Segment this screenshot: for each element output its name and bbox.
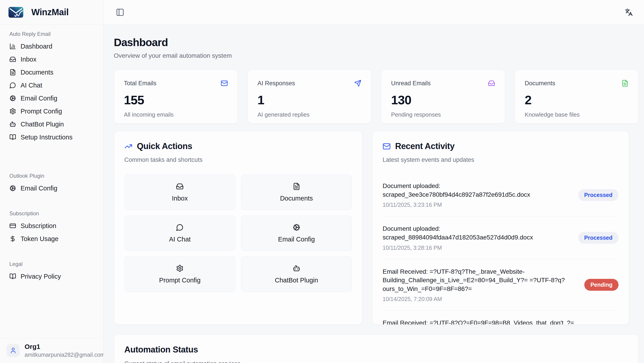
sidebar-item-label: Email Config — [20, 185, 57, 192]
sidebar: WinzMail Auto Reply Email Dashboard Inbo… — [0, 0, 104, 363]
user-org-name: Org1 — [24, 343, 105, 350]
sidebar-item-subscription[interactable]: Subscription — [5, 219, 98, 232]
quick-action-label: AI Chat — [169, 236, 191, 243]
activity-item: Email Received: =?UTF-8?Q?=F0=9F=98=B8_V… — [382, 311, 618, 325]
status-badge: Pending — [584, 279, 618, 291]
sidebar-item-inbox[interactable]: Inbox — [5, 53, 98, 66]
settings-gear-icon — [10, 108, 16, 115]
main-area: Dashboard Overview of your email automat… — [104, 0, 644, 363]
recent-activity-title: Recent Activity — [395, 141, 454, 151]
nav-group-label: Auto Reply Email — [5, 31, 98, 37]
user-icon — [10, 347, 16, 354]
page-subtitle: Overview of your email automation system — [114, 52, 639, 59]
nav-group-label: Outlook Plugin — [5, 173, 98, 179]
quick-action-documents[interactable]: Documents — [241, 175, 352, 210]
sidebar-item-email-config[interactable]: Email Config — [5, 92, 98, 105]
activity-item: Document uploaded: scraped_88984094fdaa4… — [382, 216, 618, 259]
stat-label: Total Emails — [124, 80, 156, 87]
stat-subtext: AI generated replies — [258, 111, 362, 118]
mail-icon — [382, 142, 391, 150]
quick-action-label: Inbox — [172, 195, 188, 202]
stat-value: 130 — [391, 93, 495, 107]
chart-column-icon — [10, 43, 16, 50]
quick-actions-grid: Inbox Documents AI Chat Email Confi — [124, 175, 352, 292]
sidebar-item-ai-chat[interactable]: AI Chat — [5, 79, 98, 92]
activity-timestamp: 10/11/2025, 3:23:16 PM — [382, 202, 572, 208]
stat-label: Unread Emails — [391, 80, 431, 87]
inbox-icon — [10, 56, 16, 63]
stat-card-unread-emails: Unread Emails 130 Pending responses — [381, 70, 505, 124]
message-circle-icon — [176, 224, 184, 231]
stat-card-documents: Documents 2 Knowledge base files — [515, 70, 639, 124]
sidebar-item-privacy-policy[interactable]: Privacy Policy — [5, 270, 98, 283]
sidebar-user-footer: Org1 amitkumarpunia282@gmail.com — [0, 338, 103, 363]
message-circle-icon — [10, 82, 16, 89]
stat-subtext: All incoming emails — [124, 111, 228, 118]
quick-actions-subtitle: Common tasks and shortcuts — [124, 156, 352, 163]
sidebar-nav: Auto Reply Email Dashboard Inbox Documen… — [0, 25, 103, 338]
sidebar-item-outlook-email-config[interactable]: Email Config — [5, 182, 98, 195]
sidebar-item-setup-instructions[interactable]: Setup Instructions — [5, 131, 98, 144]
panel-left-icon — [116, 8, 124, 17]
avatar — [7, 344, 20, 357]
sidebar-item-label: Token Usage — [20, 235, 58, 243]
sidebar-item-label: ChatBot Plugin — [20, 121, 64, 128]
bot-icon — [10, 121, 16, 128]
sidebar-item-label: Prompt Config — [20, 108, 62, 115]
sidebar-item-documents[interactable]: Documents — [5, 66, 98, 79]
stat-cards-row: Total Emails 155 All incoming emails AI … — [114, 70, 639, 124]
mail-icon — [221, 80, 228, 87]
activity-timestamp: 10/11/2025, 3:28:16 PM — [382, 245, 572, 251]
languages-icon — [625, 8, 633, 16]
stat-label: AI Responses — [258, 80, 295, 87]
language-button[interactable] — [625, 8, 633, 16]
quick-action-label: Prompt Config — [159, 277, 200, 284]
sidebar-toggle-button[interactable] — [116, 8, 124, 17]
stat-card-total-emails: Total Emails 155 All incoming emails — [114, 70, 238, 124]
quick-action-label: Documents — [280, 195, 313, 202]
status-badge: Processed — [578, 232, 618, 244]
stat-value: 1 — [258, 93, 362, 107]
inbox-icon — [176, 183, 184, 190]
nav-group-auto-reply: Auto Reply Email Dashboard Inbox Documen… — [5, 31, 98, 144]
nav-group-subscription: Subscription Subscription Token Usage — [5, 210, 98, 245]
activity-timestamp: 10/14/2025, 7:20:09 AM — [382, 296, 578, 302]
brand-title: WinzMail — [31, 7, 69, 17]
nav-group-label: Subscription — [5, 210, 98, 217]
stat-label: Documents — [525, 80, 556, 87]
inbox-icon — [488, 80, 495, 87]
bot-icon — [293, 264, 300, 272]
quick-action-label: ChatBot Plugin — [275, 277, 318, 284]
sidebar-item-label: Documents — [20, 69, 54, 76]
quick-action-prompt-config[interactable]: Prompt Config — [124, 256, 236, 292]
sidebar-item-chatbot-plugin[interactable]: ChatBot Plugin — [5, 118, 98, 131]
stat-value: 155 — [124, 93, 228, 107]
cog-icon — [293, 224, 300, 231]
sidebar-item-label: Email Config — [20, 95, 57, 102]
quick-actions-panel: Quick Actions Common tasks and shortcuts… — [114, 131, 362, 325]
sidebar-item-label: Setup Instructions — [20, 134, 72, 141]
activity-title: Document uploaded: scraped_88984094fdaa4… — [382, 224, 572, 242]
sidebar-item-token-usage[interactable]: Token Usage — [5, 232, 98, 245]
sidebar-item-label: AI Chat — [20, 82, 42, 89]
file-text-icon — [10, 69, 16, 76]
quick-actions-title: Quick Actions — [137, 141, 192, 151]
sidebar-item-label: Privacy Policy — [20, 273, 61, 280]
quick-action-email-config[interactable]: Email Config — [241, 215, 352, 251]
file-text-icon — [622, 80, 628, 87]
panels-row: Quick Actions Common tasks and shortcuts… — [114, 131, 639, 325]
quick-action-ai-chat[interactable]: AI Chat — [124, 215, 236, 251]
cog-icon — [10, 95, 16, 102]
sidebar-item-prompt-config[interactable]: Prompt Config — [5, 105, 98, 118]
quick-action-chatbot-plugin[interactable]: ChatBot Plugin — [241, 256, 352, 292]
activity-item: Email Received: =?UTF-8?q?The_.brave_Web… — [382, 259, 618, 311]
stat-card-ai-responses: AI Responses 1 AI generated replies — [248, 70, 372, 124]
nav-group-legal: Legal Privacy Policy — [5, 261, 98, 283]
sidebar-header: WinzMail — [0, 0, 103, 25]
quick-action-inbox[interactable]: Inbox — [124, 175, 236, 210]
stat-subtext: Pending responses — [391, 111, 495, 118]
app-window: WinzMail Auto Reply Email Dashboard Inbo… — [0, 0, 644, 363]
winzmail-logo-icon — [8, 7, 26, 18]
sidebar-item-label: Subscription — [20, 222, 56, 230]
sidebar-item-dashboard[interactable]: Dashboard — [5, 40, 98, 53]
